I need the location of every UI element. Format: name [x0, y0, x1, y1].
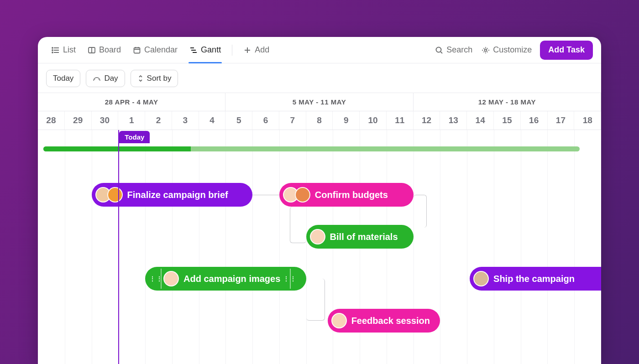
assignee-avatars: [331, 313, 347, 328]
app-window: List Board Calendar Gantt: [38, 37, 601, 364]
grid-line: [521, 130, 521, 364]
task-ship-campaign[interactable]: Ship the campaign: [470, 267, 601, 291]
list-icon: [52, 46, 60, 54]
week-header-cell: 28 APR - 4 MAY: [38, 93, 225, 111]
sort-button[interactable]: Sort by: [131, 70, 178, 87]
day-header-cell: 7: [279, 111, 306, 130]
grid-line: [65, 130, 65, 364]
avatar: [473, 271, 489, 286]
day-header-cell: 4: [199, 111, 226, 130]
gantt-chart-area[interactable]: TodayFinalize campaign briefConfirm budg…: [38, 130, 601, 364]
sort-icon: [137, 75, 144, 82]
task-add-images[interactable]: ⋮⋮Add campaign images⋮⋮: [145, 267, 306, 291]
task-label: Finalize campaign brief: [127, 190, 228, 200]
svg-line-20: [94, 79, 95, 80]
day-header-cell: 17: [548, 111, 575, 130]
task-label: Feedback session: [351, 316, 430, 326]
gantt-timeline: 28 APR - 4 MAY5 MAY - 11 MAY12 MAY - 18 …: [38, 93, 601, 364]
grid-line: [172, 130, 173, 364]
gantt-controls: Today Day Sort by: [38, 63, 601, 93]
grid-line: [145, 130, 146, 364]
customize-label: Customize: [493, 45, 532, 55]
day-header-cell: 6: [252, 111, 279, 130]
grid-line: [279, 130, 280, 364]
task-label: Bill of materials: [330, 232, 398, 242]
grid-line: [306, 130, 307, 364]
svg-point-4: [52, 50, 53, 51]
today-marker: Today: [119, 131, 150, 143]
day-header-cell: 10: [360, 111, 387, 130]
svg-point-5: [52, 52, 53, 53]
tab-calendar[interactable]: Calendar: [127, 37, 183, 63]
day-header-cell: 30: [92, 111, 119, 130]
assignee-avatars: [310, 229, 325, 244]
day-header-cell: 28: [38, 111, 65, 130]
avatar: [295, 187, 310, 203]
add-task-button[interactable]: Add Task: [540, 41, 593, 60]
tab-gantt[interactable]: Gantt: [184, 37, 226, 63]
dependency-connector: [252, 195, 279, 195]
day-header-cell: 1: [118, 111, 145, 130]
tab-board[interactable]: Board: [82, 37, 126, 63]
task-label: Confirm budgets: [315, 190, 388, 200]
tab-list[interactable]: List: [46, 37, 81, 63]
day-header-cell: 13: [440, 111, 467, 130]
grid-line: [440, 130, 440, 364]
avatar: [310, 229, 325, 244]
view-toolbar: List Board Calendar Gantt: [38, 37, 601, 63]
day-header-cell: 11: [387, 111, 414, 130]
board-icon: [88, 46, 96, 54]
task-bill-materials[interactable]: Bill of materials: [306, 225, 414, 249]
plus-icon: [243, 46, 251, 54]
tab-add-view[interactable]: Add: [238, 37, 275, 63]
assignee-avatars: [163, 271, 179, 286]
search-tool[interactable]: Search: [430, 41, 477, 59]
svg-point-17: [436, 47, 441, 52]
grid-line: [199, 130, 199, 364]
dependency-connector: [414, 195, 427, 228]
day-header-cell: 8: [306, 111, 333, 130]
grid-line: [92, 130, 92, 364]
assignee-avatars: [283, 187, 310, 203]
day-header-cell: 18: [574, 111, 601, 130]
svg-point-3: [52, 47, 53, 48]
task-confirm-budgets[interactable]: Confirm budgets: [279, 183, 414, 207]
sort-label: Sort by: [147, 74, 172, 83]
task-feedback[interactable]: Feedback session: [328, 309, 440, 333]
week-header-cell: 12 MAY - 18 MAY: [414, 93, 601, 111]
gantt-icon: [189, 46, 198, 54]
day-header-cell: 3: [172, 111, 199, 130]
search-label: Search: [446, 45, 472, 55]
today-line: [118, 130, 119, 364]
customize-tool[interactable]: Customize: [477, 41, 536, 59]
handle-divider: [290, 269, 291, 289]
day-header-cell: 16: [521, 111, 548, 130]
today-button[interactable]: Today: [46, 70, 80, 87]
grid-line: [574, 130, 575, 364]
day-header-cell: 2: [145, 111, 172, 130]
progress-fill: [43, 146, 191, 151]
week-header-cell: 5 MAY - 11 MAY: [225, 93, 413, 111]
add-task-label: Add Task: [548, 45, 585, 54]
calendar-icon: [133, 46, 141, 54]
avatar: [107, 187, 123, 203]
grid-line: [494, 130, 494, 364]
svg-point-19: [485, 49, 487, 51]
gauge-icon: [93, 75, 101, 82]
day-header-cell: 14: [467, 111, 494, 130]
days-header: 282930123456789101112131415161718: [38, 111, 601, 130]
grid-line: [547, 130, 548, 364]
avatar: [163, 271, 179, 286]
tab-label: Add: [255, 45, 269, 55]
day-header-cell: 15: [494, 111, 521, 130]
gear-icon: [482, 46, 490, 54]
today-label: Today: [53, 74, 73, 83]
day-header-cell: 5: [225, 111, 252, 130]
grid-line: [467, 130, 467, 364]
tab-label: Gantt: [201, 45, 221, 55]
svg-rect-8: [134, 47, 140, 53]
search-icon: [435, 46, 443, 54]
task-finalize-brief[interactable]: Finalize campaign brief: [92, 183, 253, 207]
granularity-button[interactable]: Day: [86, 70, 125, 87]
day-header-cell: 29: [65, 111, 92, 130]
